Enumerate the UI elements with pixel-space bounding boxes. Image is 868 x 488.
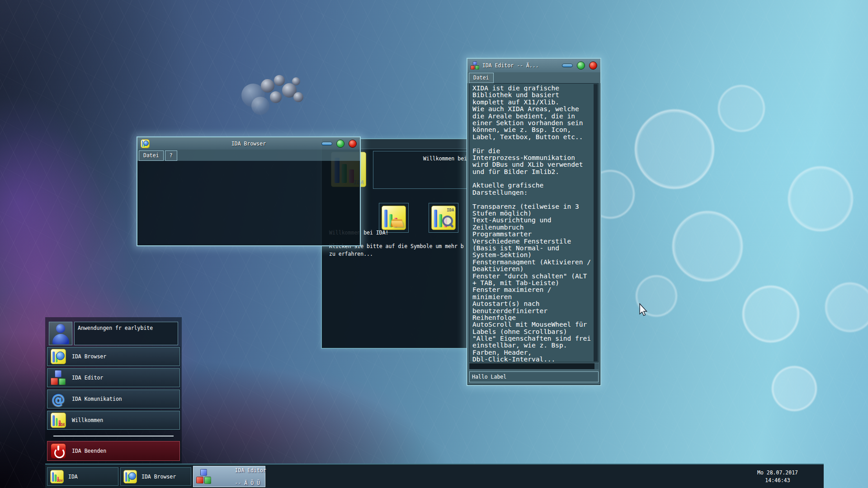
taskbar-item-ida-editor[interactable]: IDA Editor -- Ä Ö Ü (193, 466, 265, 487)
editor-text-line: minimieren (472, 293, 593, 300)
browser-window: IDA Browser Datei ? (137, 136, 361, 246)
taskbar-item-label: IDA Editor (235, 467, 266, 474)
editor-text-line: Reihenfolge (472, 314, 593, 321)
ida-logo-icon: IDA (51, 413, 66, 428)
browser-content-area[interactable] (137, 161, 360, 245)
editor-text-area[interactable]: XIDA ist die grafischeBibliothek und bas… (469, 83, 599, 362)
editor-text-line: Für die (472, 147, 593, 154)
menu-item-label: IDA Editor (72, 375, 103, 381)
person-icon (49, 322, 72, 345)
editor-text: XIDA ist die grafischeBibliothek und bas… (472, 84, 593, 362)
menu-help[interactable]: ? (165, 150, 177, 161)
editor-titlebar[interactable]: IDA Editor -- Ä... (467, 59, 600, 72)
scrollbar-corner (594, 363, 599, 369)
wallpaper-sphere (270, 91, 282, 103)
globe-icon (56, 352, 65, 360)
editor-text-line: einstellbar, wie z. Bsp. (472, 342, 593, 348)
cubes-icon (51, 370, 66, 385)
editor-text-line: Label, Textbox, Button etc.. (472, 133, 593, 140)
browser-titlebar[interactable]: IDA Browser (137, 137, 360, 150)
taskbar-item-ida-browser[interactable]: IDA Browser (120, 467, 191, 486)
welcome-body-line2: zu erfahren... (329, 251, 373, 257)
taskbar-item-ida[interactable]: IDA IDA (47, 467, 118, 486)
cubes-icon (471, 61, 479, 70)
globe-icon (128, 472, 136, 480)
menu-item-label: IDA Beenden (72, 448, 106, 454)
editor-text-line: "Alle" Eigenschaften sind frei (472, 335, 593, 342)
vertical-scrollbar[interactable] (594, 84, 598, 361)
menu-item-ida-editor[interactable]: IDA Editor (47, 368, 180, 387)
horizontal-scrollbar[interactable] (469, 363, 595, 369)
menu-datei[interactable]: Datei (469, 73, 494, 83)
wallpaper-sphere (274, 75, 285, 86)
wallpaper-sphere (261, 79, 274, 93)
wallpaper-sphere (251, 97, 269, 115)
magnifier-icon (441, 215, 453, 228)
editor-status-bar: Hallo Label (469, 371, 599, 382)
mouse-cursor (639, 303, 649, 317)
clock-date: Mo 28.07.2017 (757, 469, 798, 477)
menu-item-willkommen[interactable]: IDA Willkommen (47, 411, 180, 430)
start-menu: Anwendungen fr earlybite IDA Browser IDA… (45, 317, 182, 465)
editor-text-line: und für Bilder Imlib2. (472, 168, 593, 175)
editor-text-line: XIDA ist die grafische (472, 84, 593, 91)
ida-folder-icon (382, 206, 406, 230)
browser-app-icon (141, 139, 150, 148)
menu-separator (53, 436, 174, 436)
editor-text-line: Fenster "durch schalten" (ALT (472, 272, 593, 279)
close-button[interactable] (589, 61, 597, 70)
menu-item-ida-browser[interactable]: IDA Browser (47, 347, 180, 366)
editor-text-line: AutoScroll mit MouseWheel für (472, 321, 593, 328)
menu-item-ida-beenden[interactable]: IDA Beenden (47, 441, 180, 461)
menu-item-label: Willkommen (72, 417, 103, 423)
folder-icon (390, 217, 404, 227)
editor-text-line: können, wie z. Bsp. Icon, (472, 126, 593, 133)
ida-search-icon: IDA (431, 206, 456, 230)
editor-text-line (472, 140, 593, 147)
editor-text-line: Labels (ohne Scrollbars) (472, 328, 593, 335)
taskbar-clock: Mo 28.07.2017 14:46:43 (732, 465, 823, 488)
editor-text-line: Verschiedene Fensterstile (472, 238, 593, 244)
menu-item-label: IDA Komunikation (72, 396, 122, 402)
taskbar-item-label: IDA (68, 474, 78, 480)
editor-text-line: Farben, Header, (472, 349, 593, 356)
editor-text-line: Bibliothek und basiert (472, 91, 593, 98)
editor-text-line: die Areale bedient, die in (472, 113, 593, 119)
editor-text-line: Dbl-Click-Interval... (472, 356, 593, 362)
editor-text-line: komplett auf X11/Xlib. (472, 99, 593, 105)
minimize-button[interactable] (562, 64, 573, 67)
editor-text-line: Fenstermanagment (Aktivieren / (472, 258, 593, 265)
editor-text-line: Programmstarter (472, 230, 593, 237)
editor-text-line: Autostart(s) nach (472, 300, 593, 307)
menu-item-ida-komunikation[interactable]: IDA Komunikation (47, 389, 180, 408)
editor-text-line: + TAB, mit Tab-Leiste) (472, 279, 593, 286)
maximize-button[interactable] (577, 61, 585, 70)
menu-datei[interactable]: Datei (139, 150, 164, 161)
browser-app-icon (123, 470, 137, 483)
editor-text-line: einer Sektion vorhanden sein (472, 119, 593, 126)
wallpaper-sphere (292, 77, 300, 85)
welcome-docs-button[interactable] (379, 203, 409, 233)
editor-menubar: Datei (467, 72, 600, 83)
editor-text-line: Deaktivieren) (472, 265, 593, 272)
editor-text-line: Transparenz (teilweise in 3 (472, 203, 593, 210)
editor-text-line: Zeilenumbruch (472, 224, 593, 230)
editor-text-line: Wie auch XIDA_Areas, welche (472, 105, 593, 112)
editor-text-line: Text-Ausrichtung und (472, 216, 593, 223)
editor-text-line: Darstellungen: (472, 189, 593, 196)
editor-text-line: benutzerdefinierter (472, 307, 593, 314)
editor-text-line: (Basis ist Normal- und (472, 244, 593, 251)
wallpaper-sphere (293, 92, 303, 102)
at-icon (51, 391, 66, 407)
editor-text-line (472, 196, 593, 202)
power-icon (51, 443, 66, 459)
taskbar: IDA IDA IDA Browser IDA Editor -- Ä Ö Ü … (45, 464, 824, 488)
browser-menubar: Datei ? (137, 150, 360, 161)
editor-text-line: Stufen möglich) (472, 210, 593, 216)
editor-text-line: Interprozess-Kommunikation (472, 154, 593, 161)
editor-window: IDA Editor -- Ä... Datei XIDA ist die gr… (467, 58, 601, 386)
welcome-search-button[interactable]: IDA (429, 203, 458, 233)
editor-text-line: Fenster maximieren / (472, 286, 593, 293)
taskbar-item-label2: -- Ä Ö Ü (235, 480, 260, 486)
editor-text-line: System-Sektion) (472, 251, 593, 258)
